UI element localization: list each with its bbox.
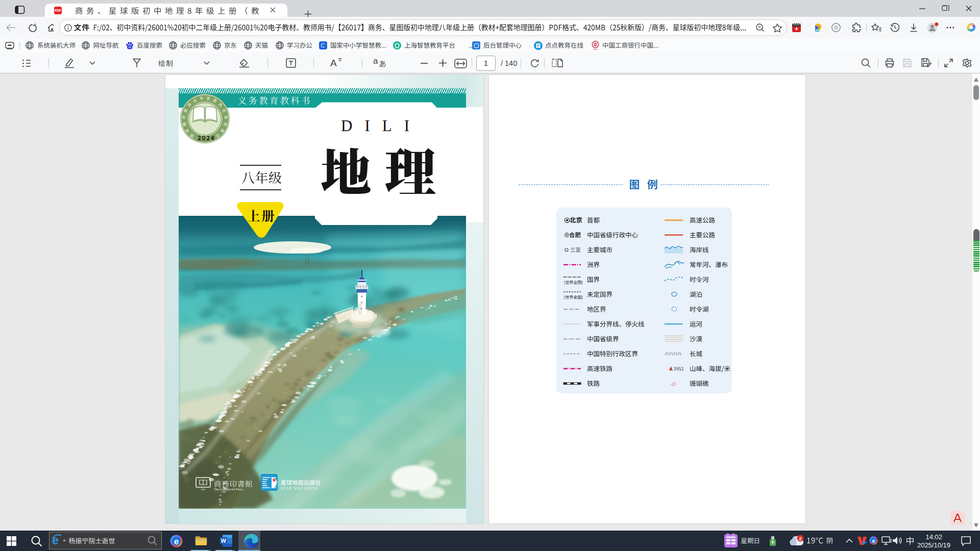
svg-text:1897: 1897 (201, 488, 206, 491)
svg-text:W: W (221, 538, 227, 544)
svg-text:A: A (330, 58, 337, 68)
svg-text:2: 2 (799, 536, 801, 541)
svg-text:ICBC: ICBC (593, 48, 598, 51)
svg-text:e: e (174, 537, 179, 546)
svg-text:du: du (128, 45, 131, 48)
svg-text:e: e (872, 538, 875, 544)
